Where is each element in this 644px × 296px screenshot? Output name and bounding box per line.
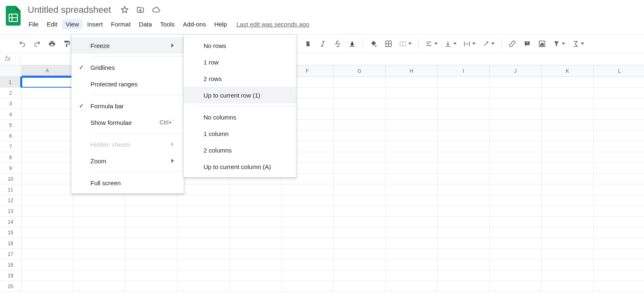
cell[interactable] bbox=[230, 260, 282, 270]
cell[interactable] bbox=[73, 206, 125, 217]
cell[interactable] bbox=[178, 195, 230, 206]
merge-button[interactable] bbox=[398, 38, 413, 50]
strike-button[interactable] bbox=[332, 38, 343, 50]
cell[interactable] bbox=[334, 163, 386, 174]
cell[interactable] bbox=[594, 206, 644, 217]
cell[interactable] bbox=[73, 217, 125, 227]
redo-button[interactable] bbox=[31, 38, 43, 50]
cell[interactable] bbox=[594, 109, 644, 120]
cell[interactable] bbox=[334, 195, 386, 206]
cell[interactable] bbox=[542, 98, 594, 109]
cell[interactable] bbox=[594, 120, 644, 131]
cell[interactable] bbox=[125, 260, 178, 270]
cell[interactable] bbox=[542, 141, 594, 152]
cell[interactable] bbox=[594, 131, 644, 141]
cell[interactable] bbox=[178, 217, 230, 227]
cell[interactable] bbox=[438, 184, 490, 195]
view-show-formulae-item[interactable]: Show formulae Ctrl+` bbox=[71, 114, 184, 131]
cell[interactable] bbox=[21, 227, 73, 238]
cell[interactable] bbox=[490, 163, 542, 174]
cell[interactable] bbox=[490, 77, 542, 88]
freeze-no-rows-item[interactable]: No rows bbox=[184, 37, 296, 54]
text-color-button[interactable] bbox=[347, 38, 358, 50]
cell[interactable] bbox=[21, 281, 73, 292]
row-header[interactable]: 14 bbox=[0, 217, 21, 227]
row-header[interactable]: 3 bbox=[0, 98, 21, 109]
cell[interactable] bbox=[230, 206, 282, 217]
h-align-button[interactable] bbox=[424, 38, 439, 50]
sheets-logo[interactable] bbox=[5, 5, 21, 26]
cell[interactable] bbox=[542, 152, 594, 163]
cell[interactable] bbox=[334, 227, 386, 238]
cell[interactable] bbox=[542, 184, 594, 195]
freeze-1-col-item[interactable]: 1 column bbox=[184, 125, 296, 142]
cell[interactable] bbox=[490, 184, 542, 195]
cell[interactable] bbox=[282, 260, 334, 270]
cell[interactable] bbox=[178, 238, 230, 249]
col-header[interactable]: K bbox=[542, 65, 594, 77]
cell[interactable] bbox=[230, 195, 282, 206]
cell[interactable] bbox=[438, 98, 490, 109]
cell[interactable] bbox=[594, 227, 644, 238]
row-header[interactable]: 12 bbox=[0, 195, 21, 206]
view-formula-bar-item[interactable]: ✓ Formula bar bbox=[71, 98, 184, 114]
cell[interactable] bbox=[21, 217, 73, 227]
cell[interactable] bbox=[178, 270, 230, 281]
cell[interactable] bbox=[490, 238, 542, 249]
col-header[interactable]: G bbox=[334, 65, 386, 77]
cell[interactable] bbox=[230, 217, 282, 227]
cell[interactable] bbox=[594, 217, 644, 227]
cell[interactable] bbox=[490, 227, 542, 238]
cell[interactable] bbox=[125, 217, 178, 227]
cell[interactable] bbox=[230, 281, 282, 292]
view-freeze-item[interactable]: Freeze bbox=[71, 37, 184, 54]
cell[interactable] bbox=[438, 238, 490, 249]
cell[interactable] bbox=[490, 88, 542, 98]
row-header[interactable]: 15 bbox=[0, 227, 21, 238]
cell[interactable] bbox=[334, 120, 386, 131]
menu-insert[interactable]: Insert bbox=[83, 19, 107, 29]
cell[interactable] bbox=[490, 217, 542, 227]
menu-help[interactable]: Help bbox=[211, 19, 231, 29]
cell[interactable] bbox=[21, 163, 73, 174]
col-header[interactable]: A bbox=[21, 65, 73, 77]
cell[interactable] bbox=[490, 131, 542, 141]
filter-button[interactable] bbox=[551, 38, 567, 50]
cell[interactable] bbox=[542, 270, 594, 281]
cell[interactable] bbox=[21, 270, 73, 281]
cell[interactable] bbox=[334, 260, 386, 270]
cell[interactable] bbox=[21, 238, 73, 249]
rotate-button[interactable] bbox=[481, 38, 496, 50]
wrap-button[interactable] bbox=[462, 38, 477, 50]
cell[interactable] bbox=[386, 227, 438, 238]
cell[interactable] bbox=[334, 281, 386, 292]
cell[interactable] bbox=[282, 249, 334, 260]
cell[interactable] bbox=[542, 281, 594, 292]
cell[interactable] bbox=[386, 195, 438, 206]
cell[interactable] bbox=[21, 174, 73, 184]
cell[interactable] bbox=[490, 249, 542, 260]
cell[interactable] bbox=[542, 77, 594, 88]
cell[interactable] bbox=[438, 141, 490, 152]
cell[interactable] bbox=[438, 270, 490, 281]
cell[interactable] bbox=[490, 152, 542, 163]
col-header[interactable]: J bbox=[490, 65, 542, 77]
cell[interactable] bbox=[282, 270, 334, 281]
cell[interactable] bbox=[21, 141, 73, 152]
freeze-2-cols-item[interactable]: 2 columns bbox=[184, 142, 296, 158]
cell[interactable] bbox=[438, 174, 490, 184]
cell[interactable] bbox=[282, 238, 334, 249]
cell[interactable] bbox=[334, 184, 386, 195]
cell[interactable] bbox=[125, 249, 178, 260]
row-header[interactable]: 16 bbox=[0, 238, 21, 249]
cell[interactable] bbox=[178, 249, 230, 260]
row-header[interactable]: 13 bbox=[0, 206, 21, 217]
cell[interactable] bbox=[178, 227, 230, 238]
cell[interactable] bbox=[594, 184, 644, 195]
cell[interactable] bbox=[230, 238, 282, 249]
cell[interactable] bbox=[490, 206, 542, 217]
cell[interactable] bbox=[386, 249, 438, 260]
cell[interactable] bbox=[542, 163, 594, 174]
borders-button[interactable] bbox=[383, 38, 394, 50]
cloud-status-icon[interactable] bbox=[151, 5, 161, 15]
